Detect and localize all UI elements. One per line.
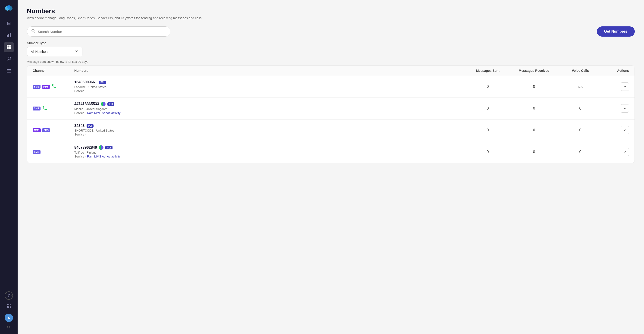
service-link[interactable]: Ram MMS Adhoc activity: [87, 111, 120, 115]
help-chevron-icon: ›: [11, 294, 12, 297]
page-title: Numbers: [27, 8, 635, 15]
number-type: Tollfree - Finland: [74, 151, 467, 154]
channel-cell: SMS MMS: [33, 83, 74, 90]
sidebar-item-help[interactable]: ? ›: [5, 291, 13, 300]
numbers-icon: [6, 44, 11, 51]
phone-icon: [42, 105, 48, 112]
main-content: Numbers View and/or manage Long Codes, S…: [18, 0, 644, 334]
svg-rect-3: [7, 35, 8, 37]
mms-badge: MMS: [33, 128, 41, 132]
number-cell: 16406009661 PCI Landline - United States…: [74, 80, 467, 93]
svg-point-18: [10, 305, 11, 306]
get-numbers-button[interactable]: Get Numbers: [597, 27, 635, 37]
svg-rect-8: [7, 47, 8, 49]
actions-cell: [601, 104, 629, 113]
number-cell: 34343 PCI SHORTCODE - United States Serv…: [74, 124, 467, 137]
analytics-icon: [6, 32, 11, 39]
actions-cell: [601, 148, 629, 156]
number-value: 447418365533: [74, 102, 99, 106]
logo: [4, 4, 14, 14]
page-header: Numbers View and/or manage Long Codes, S…: [27, 8, 635, 20]
expand-icon: >>: [7, 325, 11, 329]
actions-cell: [601, 83, 629, 91]
circle-badge: [99, 145, 104, 150]
number-type-select[interactable]: All Numbers: [27, 47, 82, 56]
channel-cell: MMS SMS: [33, 128, 74, 132]
apps-chevron-icon: ›: [13, 305, 14, 308]
row-action-button[interactable]: [620, 83, 629, 91]
svg-point-17: [8, 305, 9, 306]
sms-badge: SMS: [33, 85, 40, 89]
info-text: Message data shown below is for last 30 …: [27, 60, 635, 64]
messages-sent-cell: 0: [467, 106, 508, 111]
row-action-button[interactable]: [620, 126, 629, 134]
filter-selected-value: All Numbers: [31, 50, 48, 54]
voice-calls-cell: 0: [560, 128, 601, 132]
service-text: Service -: [74, 89, 467, 93]
tools-icon: [6, 56, 11, 63]
messages-received-cell: 0: [508, 85, 560, 89]
sidebar-item-apps[interactable]: ›: [4, 301, 14, 312]
sidebar-item-lists[interactable]: [4, 66, 14, 77]
number-type: SHORTCODE - United States: [74, 129, 467, 132]
col-messages-received: Messages Received: [508, 69, 560, 73]
svg-point-15: [10, 304, 11, 305]
svg-point-13: [7, 304, 8, 305]
number-type: Landline - United States: [74, 85, 467, 89]
sidebar-bottom: ? › › A >>: [4, 291, 14, 330]
number-cell: 447418365533 PCI Mobile - United Kingdom…: [74, 102, 467, 115]
svg-rect-5: [10, 33, 11, 37]
page-subtitle: View and/or manage Long Codes, Short Cod…: [27, 16, 635, 20]
voice-calls-cell: NA: [560, 85, 601, 89]
lists-icon: [6, 68, 11, 75]
svg-rect-6: [7, 45, 8, 47]
tools-chevron-icon: ›: [13, 58, 14, 61]
avatar[interactable]: A: [5, 314, 13, 322]
svg-point-16: [7, 305, 8, 306]
svg-rect-9: [9, 47, 11, 49]
sidebar-item-analytics[interactable]: [4, 30, 14, 40]
svg-point-2: [7, 5, 10, 9]
search-row: Get Numbers: [27, 27, 635, 37]
numbers-chevron-icon: ›: [13, 46, 14, 49]
row-action-button[interactable]: [620, 104, 629, 113]
number-value: 34343: [74, 124, 85, 128]
sidebar-item-numbers[interactable]: ›: [4, 42, 14, 52]
sidebar: ⊞ › ›: [0, 0, 18, 334]
sms-badge: SMS: [33, 150, 40, 154]
svg-point-14: [8, 304, 9, 305]
number-value: 16406009661: [74, 80, 97, 84]
phone-icon: [52, 83, 57, 90]
sms-badge: SMS: [42, 128, 50, 132]
svg-point-20: [8, 307, 9, 308]
search-icon: [31, 29, 36, 34]
messages-sent-cell: 0: [467, 150, 508, 154]
svg-point-21: [10, 307, 11, 308]
number-cell: 84573962849 PCI Tollfree - Finland Servi…: [74, 145, 467, 159]
apps-icon: [6, 304, 11, 310]
avatar-label: A: [8, 316, 10, 320]
row-action-button[interactable]: [620, 148, 629, 156]
search-input[interactable]: [38, 30, 166, 34]
dashboard-icon: ⊞: [7, 20, 11, 26]
channel-cell: SMS: [33, 150, 74, 154]
pci-badge: PCI: [108, 102, 114, 106]
col-voice-calls: Voice Calls: [560, 69, 601, 73]
sms-badge: SMS: [33, 107, 40, 111]
channel-cell: SMS: [33, 105, 74, 112]
svg-rect-11: [7, 70, 11, 71]
svg-rect-4: [8, 34, 9, 37]
messages-received-cell: 0: [508, 106, 560, 111]
service-text: Service - Ram MMS Adhoc activity: [74, 155, 467, 158]
pci-badge: PCI: [86, 124, 94, 128]
filter-section: Number Type All Numbers: [27, 41, 635, 56]
pci-badge: PCI: [105, 146, 112, 149]
number-type: Mobile - United Kingdom: [74, 107, 467, 111]
sidebar-expand-button[interactable]: >>: [5, 324, 13, 330]
pci-badge: PCI: [99, 81, 106, 84]
sidebar-item-dashboard[interactable]: ⊞: [4, 18, 14, 28]
service-text: Service -: [74, 133, 467, 136]
service-link[interactable]: Ram MMS Adhoc activity: [87, 155, 120, 158]
sidebar-item-tools[interactable]: ›: [4, 54, 14, 64]
svg-rect-12: [7, 72, 11, 73]
